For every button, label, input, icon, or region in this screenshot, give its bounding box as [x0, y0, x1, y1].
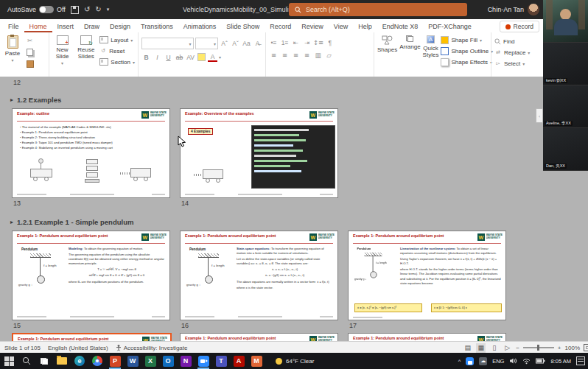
paste-button[interactable]: Paste ▾ [3, 35, 22, 68]
reuse-slides-button[interactable]: Reuse Slides [75, 35, 97, 66]
justify-icon[interactable]: ≡ [302, 50, 312, 60]
task-view-button[interactable] [35, 353, 53, 369]
italic-icon[interactable]: I [153, 52, 162, 62]
tab-draw[interactable]: Draw [79, 21, 105, 32]
clock[interactable]: 8:05 AM [550, 358, 571, 365]
tab-view[interactable]: View [329, 21, 353, 32]
tab-review[interactable]: Review [296, 21, 329, 32]
section-header-examples[interactable]: ▸ 1.2 Examples [10, 96, 61, 104]
outlook-icon[interactable]: O [159, 353, 177, 369]
section-button[interactable]: Section▾ [99, 57, 135, 66]
slide-thumbnail-15[interactable]: Example 1: Pendulum around equilibrium p… [12, 231, 170, 320]
quick-styles-button[interactable]: A Quick Styles [423, 35, 439, 66]
text-direction-icon[interactable]: ¶ [325, 38, 335, 47]
font-size-combo[interactable]: ▾ [195, 38, 218, 49]
bold-icon[interactable]: B [141, 52, 151, 62]
new-slide-button[interactable]: New Slide ▾ [52, 35, 72, 66]
slide-thumbnail-17[interactable]: Example 1: Pendulum around equilibrium p… [348, 231, 506, 320]
normal-view-button[interactable]: ▤ [463, 343, 472, 353]
language-status[interactable]: English (United States) [48, 345, 108, 351]
slide-thumbnail-18[interactable]: Example 1: Pendulum around equilibrium p… [12, 333, 172, 341]
acrobat-icon[interactable]: A [230, 353, 248, 369]
section-collapse-icon[interactable]: ▸ [10, 96, 13, 103]
edge-icon[interactable]: e [71, 353, 88, 369]
input-language[interactable]: ENG [492, 358, 504, 365]
volume-icon[interactable] [509, 357, 517, 365]
text-highlight-icon[interactable] [197, 52, 206, 62]
bullets-icon[interactable]: •≡ [269, 38, 279, 47]
select-button[interactable]: ▻ Select▾ [494, 59, 543, 68]
arrange-button[interactable]: Arrange [399, 35, 420, 66]
search-box[interactable]: Search (Alt+Q) [289, 3, 467, 16]
align-right-icon[interactable]: ≡ [291, 50, 301, 60]
zoom-slider[interactable] [523, 347, 554, 348]
tray-zoom-icon[interactable] [466, 357, 474, 365]
zoom-out-button[interactable]: − [516, 345, 519, 351]
tray-onedrive-icon[interactable]: ☁ [479, 357, 487, 365]
increase-indent-icon[interactable]: ⇥ [302, 38, 312, 47]
numbering-icon[interactable]: 1≡ [280, 38, 290, 47]
taskbar-search-button[interactable] [18, 353, 35, 369]
onenote-icon[interactable]: N [177, 353, 195, 369]
clear-formatting-icon[interactable]: A̶ [253, 39, 262, 49]
decrease-font-size-icon[interactable]: Aˇ [231, 39, 240, 49]
change-case-icon[interactable]: Aa [242, 39, 251, 49]
file-explorer-icon[interactable] [53, 353, 71, 369]
participant-tile[interactable]: Aveline, 李XX [543, 85, 588, 128]
tab-transitions[interactable]: Transitions [136, 21, 178, 32]
slide-sorter-view-button[interactable]: ▦ [476, 343, 486, 353]
weather-widget[interactable]: 64°F Clear [276, 358, 314, 365]
font-name-combo[interactable]: ▾ [141, 38, 194, 49]
tab-design[interactable]: Design [105, 21, 136, 32]
align-left-icon[interactable]: ≡ [269, 50, 279, 60]
zoom-level[interactable]: 100% [565, 345, 580, 351]
autosave-toggle[interactable]: AutoSave Off [7, 6, 66, 13]
slide-thumbnail-14[interactable]: Example: Overview of the examples W WAYN… [180, 108, 338, 198]
word-icon[interactable]: W [124, 353, 141, 369]
zoom-slider-thumb[interactable] [537, 345, 539, 351]
account-button[interactable]: Chin-An Tan [488, 0, 539, 19]
network-icon[interactable] [522, 358, 531, 365]
action-center-icon[interactable] [576, 356, 585, 365]
excel-icon[interactable]: X [141, 353, 159, 369]
redo-icon[interactable]: ↻ [95, 6, 101, 13]
start-button[interactable] [0, 353, 18, 369]
tray-expand-icon[interactable]: ^ [458, 358, 461, 365]
character-spacing-icon[interactable]: AV [186, 52, 195, 62]
tab-pdf-xchange[interactable]: PDF-XChange [423, 21, 477, 32]
cut-icon[interactable]: ✂ [25, 35, 35, 45]
quick-access-dropdown-icon[interactable]: ▾ [107, 7, 110, 13]
teams-icon[interactable]: T [212, 353, 230, 369]
zoom-in-button[interactable]: + [558, 345, 561, 351]
tab-record[interactable]: Record [265, 21, 296, 32]
section-header-example1[interactable]: ▸ 1.2.1 Example 1 - Simple pendulum [10, 218, 133, 226]
powerpoint-icon[interactable]: P [106, 353, 124, 369]
font-color-icon[interactable]: A [208, 52, 217, 62]
zoom-app-icon[interactable] [195, 353, 212, 369]
meeting-video-tile[interactable] [543, 0, 588, 43]
tab-endnote[interactable]: EndNote X8 [377, 21, 424, 32]
chrome-icon[interactable] [88, 353, 106, 369]
tab-slide-show[interactable]: Slide Show [221, 21, 265, 32]
shape-effects-button[interactable]: Shape Effects▾ [441, 57, 493, 66]
tab-insert[interactable]: Insert [52, 21, 80, 32]
tab-home[interactable]: Home [24, 21, 52, 32]
slide-thumbnail-20[interactable]: Example 1: Pendulum around equilibrium p… [348, 333, 506, 341]
slideshow-view-button[interactable]: ▷ [503, 343, 512, 353]
line-spacing-icon[interactable]: ↕≡ [313, 38, 323, 47]
fit-to-window-button[interactable] [584, 344, 588, 351]
tab-animations[interactable]: Animations [178, 21, 222, 32]
shape-fill-button[interactable]: Shape Fill▾ [441, 35, 493, 44]
battery-icon[interactable] [536, 358, 545, 364]
accessibility-status[interactable]: Accessibility: Investigate [116, 345, 188, 351]
tab-file[interactable]: File [3, 21, 24, 32]
participant-tile[interactable]: Dan, 吳XX [543, 128, 588, 171]
slide-thumbnail-16[interactable]: Example 1: Pendulum around equilibrium p… [180, 231, 338, 320]
shape-outline-button[interactable]: Shape Outline▾ [441, 46, 493, 55]
section-collapse-icon[interactable]: ▸ [10, 219, 13, 225]
matlab-icon[interactable]: M [248, 353, 265, 369]
layout-button[interactable]: Layout▾ [99, 35, 135, 44]
align-center-icon[interactable]: ≡ [280, 50, 290, 60]
smartart-icon[interactable]: ▱ [324, 50, 334, 60]
reset-button[interactable]: ↺Reset [99, 46, 135, 55]
